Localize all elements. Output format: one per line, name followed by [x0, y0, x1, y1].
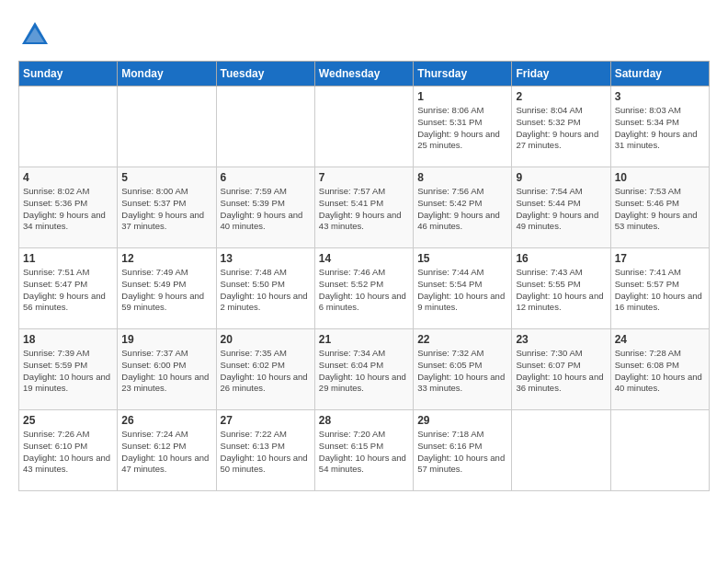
- day-number: 16: [516, 252, 606, 265]
- day-info: Sunrise: 7:48 AM Sunset: 5:50 PM Dayligh…: [221, 267, 311, 314]
- calendar-cell: 2Sunrise: 8:04 AM Sunset: 5:32 PM Daylig…: [512, 86, 610, 167]
- calendar-cell: 16Sunrise: 7:43 AM Sunset: 5:55 PM Dayli…: [512, 248, 610, 329]
- day-info: Sunrise: 7:49 AM Sunset: 5:49 PM Dayligh…: [121, 267, 211, 314]
- day-number: 25: [23, 414, 113, 427]
- calendar-cell: 7Sunrise: 7:57 AM Sunset: 5:41 PM Daylig…: [314, 167, 413, 248]
- calendar-cell: 20Sunrise: 7:35 AM Sunset: 6:02 PM Dayli…: [216, 329, 314, 410]
- header-day: Monday: [118, 62, 216, 86]
- calendar-cell: 14Sunrise: 7:46 AM Sunset: 5:52 PM Dayli…: [314, 248, 413, 329]
- day-info: Sunrise: 7:51 AM Sunset: 5:47 PM Dayligh…: [23, 267, 113, 314]
- day-number: 26: [121, 414, 211, 427]
- day-info: Sunrise: 7:39 AM Sunset: 5:59 PM Dayligh…: [23, 348, 113, 395]
- calendar-cell: 6Sunrise: 7:59 AM Sunset: 5:39 PM Daylig…: [216, 167, 314, 248]
- day-info: Sunrise: 7:26 AM Sunset: 6:10 PM Dayligh…: [23, 429, 113, 476]
- day-number: 11: [23, 252, 113, 265]
- week-row: 1Sunrise: 8:06 AM Sunset: 5:31 PM Daylig…: [19, 86, 710, 167]
- calendar-cell: [118, 86, 216, 167]
- calendar-cell: [314, 86, 413, 167]
- day-number: 20: [221, 333, 311, 346]
- calendar-table: SundayMondayTuesdayWednesdayThursdayFrid…: [18, 61, 710, 491]
- day-info: Sunrise: 7:44 AM Sunset: 5:54 PM Dayligh…: [417, 267, 507, 314]
- day-info: Sunrise: 7:41 AM Sunset: 5:57 PM Dayligh…: [615, 267, 705, 314]
- day-number: 9: [516, 171, 606, 184]
- calendar-cell: 9Sunrise: 7:54 AM Sunset: 5:44 PM Daylig…: [512, 167, 610, 248]
- day-info: Sunrise: 8:03 AM Sunset: 5:34 PM Dayligh…: [615, 105, 705, 152]
- day-info: Sunrise: 8:06 AM Sunset: 5:31 PM Dayligh…: [417, 105, 507, 152]
- calendar-cell: 4Sunrise: 8:02 AM Sunset: 5:36 PM Daylig…: [19, 167, 118, 248]
- day-number: 12: [121, 252, 211, 265]
- calendar-cell: 19Sunrise: 7:37 AM Sunset: 6:00 PM Dayli…: [118, 329, 216, 410]
- calendar-cell: 27Sunrise: 7:22 AM Sunset: 6:13 PM Dayli…: [216, 410, 314, 491]
- week-row: 18Sunrise: 7:39 AM Sunset: 5:59 PM Dayli…: [19, 329, 710, 410]
- day-info: Sunrise: 7:24 AM Sunset: 6:12 PM Dayligh…: [121, 429, 211, 476]
- header-day: Saturday: [610, 62, 709, 86]
- day-info: Sunrise: 7:32 AM Sunset: 6:05 PM Dayligh…: [417, 348, 507, 395]
- day-number: 17: [615, 252, 705, 265]
- calendar-cell: 3Sunrise: 8:03 AM Sunset: 5:34 PM Daylig…: [610, 86, 709, 167]
- day-info: Sunrise: 7:54 AM Sunset: 5:44 PM Dayligh…: [516, 186, 606, 233]
- calendar-cell: [610, 410, 709, 491]
- day-number: 19: [121, 333, 211, 346]
- day-number: 15: [417, 252, 507, 265]
- calendar-cell: 18Sunrise: 7:39 AM Sunset: 5:59 PM Dayli…: [19, 329, 118, 410]
- calendar-cell: 25Sunrise: 7:26 AM Sunset: 6:10 PM Dayli…: [19, 410, 118, 491]
- calendar-cell: 1Sunrise: 8:06 AM Sunset: 5:31 PM Daylig…: [414, 86, 512, 167]
- week-row: 11Sunrise: 7:51 AM Sunset: 5:47 PM Dayli…: [19, 248, 710, 329]
- day-info: Sunrise: 7:59 AM Sunset: 5:39 PM Dayligh…: [221, 186, 311, 233]
- calendar-cell: 21Sunrise: 7:34 AM Sunset: 6:04 PM Dayli…: [314, 329, 413, 410]
- header-day: Tuesday: [216, 62, 314, 86]
- day-info: Sunrise: 7:53 AM Sunset: 5:46 PM Dayligh…: [615, 186, 705, 233]
- calendar-body: 1Sunrise: 8:06 AM Sunset: 5:31 PM Daylig…: [19, 86, 710, 491]
- day-number: 21: [319, 333, 409, 346]
- calendar-cell: 23Sunrise: 7:30 AM Sunset: 6:07 PM Dayli…: [512, 329, 610, 410]
- calendar-cell: 22Sunrise: 7:32 AM Sunset: 6:05 PM Dayli…: [414, 329, 512, 410]
- day-info: Sunrise: 7:57 AM Sunset: 5:41 PM Dayligh…: [319, 186, 409, 233]
- calendar-cell: 8Sunrise: 7:56 AM Sunset: 5:42 PM Daylig…: [414, 167, 512, 248]
- calendar-cell: 5Sunrise: 8:00 AM Sunset: 5:37 PM Daylig…: [118, 167, 216, 248]
- calendar-cell: [512, 410, 610, 491]
- day-number: 10: [615, 171, 705, 184]
- calendar-cell: [19, 86, 118, 167]
- calendar-cell: [216, 86, 314, 167]
- calendar-cell: 11Sunrise: 7:51 AM Sunset: 5:47 PM Dayli…: [19, 248, 118, 329]
- calendar-cell: 12Sunrise: 7:49 AM Sunset: 5:49 PM Dayli…: [118, 248, 216, 329]
- day-info: Sunrise: 7:37 AM Sunset: 6:00 PM Dayligh…: [121, 348, 211, 395]
- day-info: Sunrise: 7:28 AM Sunset: 6:08 PM Dayligh…: [615, 348, 705, 395]
- day-info: Sunrise: 7:43 AM Sunset: 5:55 PM Dayligh…: [516, 267, 606, 314]
- logo-icon: [18, 18, 51, 52]
- day-number: 4: [23, 171, 113, 184]
- calendar-cell: 26Sunrise: 7:24 AM Sunset: 6:12 PM Dayli…: [118, 410, 216, 491]
- day-number: 14: [319, 252, 409, 265]
- week-row: 4Sunrise: 8:02 AM Sunset: 5:36 PM Daylig…: [19, 167, 710, 248]
- week-row: 25Sunrise: 7:26 AM Sunset: 6:10 PM Dayli…: [19, 410, 710, 491]
- day-info: Sunrise: 7:35 AM Sunset: 6:02 PM Dayligh…: [221, 348, 311, 395]
- day-info: Sunrise: 8:00 AM Sunset: 5:37 PM Dayligh…: [121, 186, 211, 233]
- header-day: Wednesday: [314, 62, 413, 86]
- calendar-cell: 13Sunrise: 7:48 AM Sunset: 5:50 PM Dayli…: [216, 248, 314, 329]
- calendar-header: SundayMondayTuesdayWednesdayThursdayFrid…: [19, 62, 710, 86]
- day-info: Sunrise: 8:02 AM Sunset: 5:36 PM Dayligh…: [23, 186, 113, 233]
- calendar-cell: 17Sunrise: 7:41 AM Sunset: 5:57 PM Dayli…: [610, 248, 709, 329]
- day-number: 22: [417, 333, 507, 346]
- day-number: 27: [221, 414, 311, 427]
- day-number: 23: [516, 333, 606, 346]
- day-number: 24: [615, 333, 705, 346]
- calendar-cell: 29Sunrise: 7:18 AM Sunset: 6:16 PM Dayli…: [414, 410, 512, 491]
- day-number: 2: [516, 90, 606, 103]
- calendar-cell: 28Sunrise: 7:20 AM Sunset: 6:15 PM Dayli…: [314, 410, 413, 491]
- day-info: Sunrise: 7:30 AM Sunset: 6:07 PM Dayligh…: [516, 348, 606, 395]
- day-number: 7: [319, 171, 409, 184]
- logo: [18, 18, 55, 52]
- day-number: 1: [417, 90, 507, 103]
- day-number: 6: [221, 171, 311, 184]
- header: [18, 18, 710, 52]
- day-number: 8: [417, 171, 507, 184]
- day-number: 18: [23, 333, 113, 346]
- header-day: Thursday: [414, 62, 512, 86]
- day-number: 13: [221, 252, 311, 265]
- header-day: Sunday: [19, 62, 118, 86]
- day-info: Sunrise: 7:56 AM Sunset: 5:42 PM Dayligh…: [417, 186, 507, 233]
- day-number: 28: [319, 414, 409, 427]
- day-info: Sunrise: 7:34 AM Sunset: 6:04 PM Dayligh…: [319, 348, 409, 395]
- calendar-cell: 15Sunrise: 7:44 AM Sunset: 5:54 PM Dayli…: [414, 248, 512, 329]
